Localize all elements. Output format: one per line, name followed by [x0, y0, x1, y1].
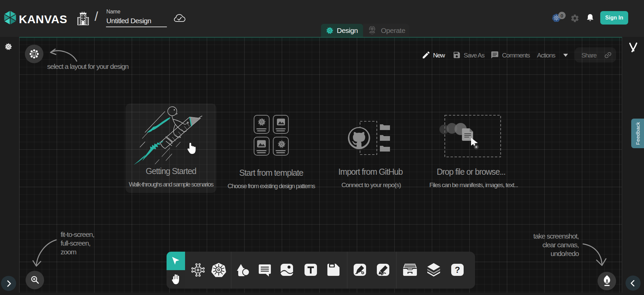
svg-text:?: ?: [455, 265, 460, 275]
